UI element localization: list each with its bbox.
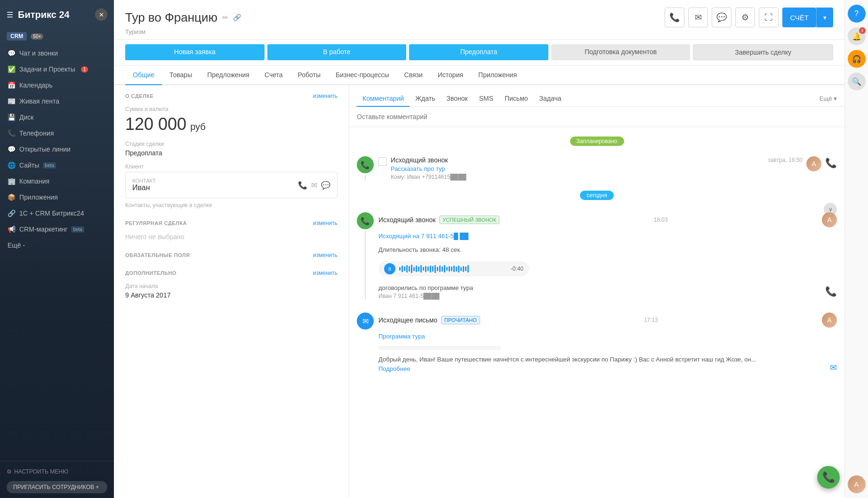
call-success-avatar: А <box>822 212 837 227</box>
sidebar-item-tasks[interactable]: ✅ Задачи и Проекты 1 <box>0 61 114 77</box>
sidebar-item-calendar[interactable]: 📅 Календарь <box>0 77 114 93</box>
activity-tab-comment[interactable]: Комментарий <box>357 91 410 107</box>
email-subject-link[interactable]: Программа тура <box>378 333 837 340</box>
pipeline-stage-prepay[interactable]: Предоплата <box>409 44 548 60</box>
tab-robots[interactable]: Роботы <box>290 65 328 85</box>
deal-edit-icon[interactable]: ✏ <box>222 13 228 22</box>
help-button[interactable]: ? <box>848 5 866 23</box>
deal-title-row: Тур во Францию ✏ 🔗 📞 ✉ 💬 ⚙ ⛶ <box>125 8 833 27</box>
deal-header: Тур во Францию ✏ 🔗 📞 ✉ 💬 ⚙ ⛶ <box>114 0 844 40</box>
support-button[interactable]: 🎧 <box>848 50 866 68</box>
required-fields-edit[interactable]: изменить <box>313 252 338 258</box>
client-name: Иван <box>132 184 156 192</box>
sidebar-item-1c[interactable]: 🔗 1С + CRM Битрикс24 <box>0 205 114 221</box>
schet-button[interactable]: СЧЁТ <box>782 8 816 27</box>
sidebar-item-sites[interactable]: 🌐 Сайты beta <box>0 157 114 173</box>
hamburger-icon[interactable]: ☰ <box>7 10 13 19</box>
sidebar-item-company[interactable]: 🏢 Компания <box>0 173 114 189</box>
pipeline-stage-work[interactable]: В работе <box>267 44 407 60</box>
wave-bar <box>437 267 438 271</box>
regular-deal-section: РЕГУЛЯРНАЯ СДЕЛКА изменить Ничего не выб… <box>125 220 338 241</box>
client-chat-button[interactable]: 💬 <box>321 181 330 190</box>
sidebar-item-telephony[interactable]: 📞 Телефония <box>0 125 114 141</box>
tab-proposals[interactable]: Предложения <box>200 65 257 85</box>
call-reply-button[interactable]: 📞 <box>825 286 837 297</box>
tab-products[interactable]: Товары <box>162 65 200 85</box>
pipeline-stage-new[interactable]: Новая заявка <box>125 44 265 60</box>
activity-tab-task[interactable]: Задача <box>534 91 567 107</box>
call-success-link[interactable]: Исходящий на 7 911 461-5█ ██ <box>378 233 837 240</box>
sidebar-item-chat[interactable]: 💬 Чат и звонки <box>0 45 114 61</box>
sidebar-item-open-lines[interactable]: 💬 Открытые линии <box>0 141 114 157</box>
pipeline-stage-docs[interactable]: Подготовка документов <box>551 44 691 60</box>
planned-call-checkbox[interactable] <box>378 157 387 166</box>
sidebar-logo: Битрикс 24 <box>18 9 70 20</box>
activity-tab-call[interactable]: Звонок <box>441 91 473 107</box>
email-more-link[interactable]: Подробнее <box>378 365 410 372</box>
play-pause-button[interactable]: ⏸ <box>384 263 395 274</box>
settings-action-button[interactable]: ⚙ <box>735 8 755 27</box>
activity-tab-letter[interactable]: Письмо <box>499 91 534 107</box>
comment-input[interactable] <box>357 113 837 120</box>
tab-invoices[interactable]: Счета <box>257 65 290 85</box>
invite-staff-button[interactable]: ПРИГЛАСИТЬ СОТРУДНИКОВ + <box>7 481 107 493</box>
wave-bar <box>453 265 455 272</box>
tab-applications[interactable]: Приложения <box>471 65 524 85</box>
wave-bar <box>467 265 469 273</box>
crm-tag[interactable]: CRM <box>7 32 27 40</box>
sidebar-item-more[interactable]: Ещё - <box>0 237 114 253</box>
wave-bar <box>449 266 450 272</box>
wave-bar <box>460 267 462 271</box>
call-duration: Длительность звонка: 48 сек. <box>378 246 837 253</box>
email-reply-button[interactable]: ✉ <box>830 362 837 373</box>
tab-history[interactable]: История <box>430 65 471 85</box>
expand-action-button[interactable]: ⛶ <box>759 8 779 27</box>
additional-edit[interactable]: изменить <box>313 270 338 276</box>
wave-bar <box>406 265 408 273</box>
deal-info-edit[interactable]: изменить <box>313 93 338 99</box>
wave-bar <box>444 265 445 273</box>
wave-bar <box>413 267 415 271</box>
floating-call-button[interactable]: 📞 <box>817 466 840 489</box>
client-call-button[interactable]: 📞 <box>298 181 307 190</box>
chat-action-button[interactable]: 💬 <box>712 8 731 27</box>
sidebar-item-disk[interactable]: 💾 Диск <box>0 109 114 125</box>
vertical-line <box>365 175 366 180</box>
sidebar-settings-button[interactable]: ⚙ НАСТРОИТЬ МЕНЮ <box>7 466 107 477</box>
client-email-button[interactable]: ✉ <box>311 181 317 190</box>
tab-general[interactable]: Общие <box>125 65 162 85</box>
planned-call-action-icon[interactable]: 📞 <box>825 157 837 169</box>
email-action-button[interactable]: ✉ <box>688 8 708 27</box>
user-avatar: А <box>848 475 866 493</box>
call-planned-icon: 📞 <box>357 156 374 173</box>
close-sidebar-button[interactable]: ✕ <box>95 8 107 21</box>
wave-bar <box>425 266 426 272</box>
activity-more[interactable]: Ещё ▾ <box>820 95 837 102</box>
search-sidebar-button[interactable]: 🔍 <box>848 72 866 90</box>
planned-call-link[interactable]: Рассказать про тур <box>391 165 803 172</box>
crm-count: 50+ <box>31 33 43 40</box>
planned-call-time: завтра, 16:50 <box>768 157 803 163</box>
sidebar-item-feed[interactable]: 📰 Живая лента <box>0 93 114 109</box>
chat-icon-header: 💬 <box>716 12 727 23</box>
deal-link-icon[interactable]: 🔗 <box>233 14 241 21</box>
email-icon: ✉ <box>695 12 702 23</box>
telephony-icon: 📞 <box>8 129 16 137</box>
deal-stage-value: Предоплата <box>125 149 338 157</box>
deal-tabs: Общие Товары Предложения Счета Роботы Би… <box>114 65 844 85</box>
activity-tab-wait[interactable]: Ждать <box>410 91 441 107</box>
schet-dropdown-button[interactable]: ▾ <box>816 8 833 27</box>
chevron-down-icon: ▾ <box>823 14 827 21</box>
regular-deal-edit[interactable]: изменить <box>313 220 338 226</box>
activity-tab-sms[interactable]: SMS <box>474 91 499 107</box>
user-avatar-button[interactable]: А <box>848 475 866 493</box>
calendar-icon: 📅 <box>8 81 16 89</box>
pipeline-stage-close[interactable]: Завершить сделку <box>693 44 833 60</box>
sidebar-item-crm-marketing[interactable]: 📢 CRM-маркетинг beta <box>0 221 114 237</box>
call-action-button[interactable]: 📞 <box>665 8 684 27</box>
tab-relations[interactable]: Связи <box>397 65 430 85</box>
tasks-icon: ✅ <box>8 65 16 73</box>
tab-biz-processes[interactable]: Бизнес-процессы <box>328 65 396 85</box>
sidebar-item-apps[interactable]: 📦 Приложения <box>0 189 114 205</box>
notifications-button[interactable]: 🔔 3 <box>848 27 866 45</box>
